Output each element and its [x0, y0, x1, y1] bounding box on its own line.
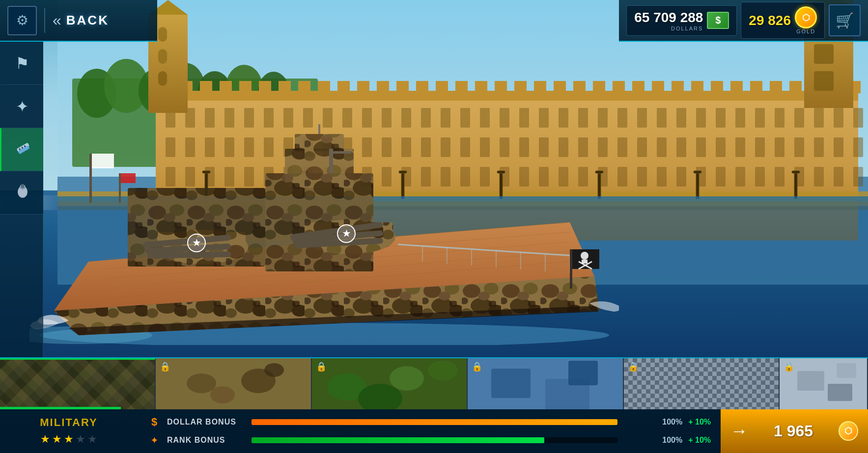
svg-rect-180 — [794, 172, 797, 199]
camo-item-extra[interactable]: 🔒 — [780, 358, 868, 409]
svg-rect-145 — [652, 81, 664, 93]
rank-bonus-bar — [252, 437, 544, 443]
svg-rect-123 — [220, 81, 232, 93]
svg-rect-130 — [357, 81, 369, 93]
svg-rect-80 — [814, 137, 824, 157]
rank-bonus-label: RANK BONUS — [167, 436, 246, 445]
svg-rect-240 — [119, 173, 121, 203]
sidebar-item-camo[interactable] — [0, 128, 43, 171]
svg-rect-220 — [295, 134, 344, 151]
flag-icon: ⚑ — [15, 54, 29, 73]
buy-gold-icon: ⬡ — [839, 421, 858, 441]
camo-inner-digital: 🔒 — [624, 358, 779, 409]
svg-rect-70 — [617, 137, 627, 157]
camo-pattern-digital — [624, 358, 779, 409]
camo-item-arctic[interactable]: 🔒 — [468, 358, 623, 409]
svg-rect-178 — [696, 172, 699, 199]
dollar-bonus-row: $ DOLLAR BONUS 100% + 10% — [147, 416, 711, 428]
svg-rect-112 — [735, 167, 745, 187]
svg-rect-159 — [158, 49, 167, 64]
dollars-label: DOLLARS — [671, 26, 703, 31]
camo-item-military[interactable] — [0, 358, 156, 409]
star-5: ★ — [87, 433, 97, 446]
svg-rect-77 — [755, 137, 765, 157]
camo-item-digital[interactable]: 🔒 — [624, 358, 780, 409]
svg-rect-109 — [676, 167, 686, 187]
svg-rect-107 — [637, 167, 647, 187]
svg-rect-81 — [834, 137, 843, 157]
svg-rect-149 — [730, 81, 743, 93]
gear-icon: ⚙ — [16, 12, 28, 28]
svg-rect-34 — [617, 108, 627, 128]
svg-rect-75 — [716, 137, 726, 157]
camo-inner-arctic: 🔒 — [468, 358, 622, 409]
sidebar-item-achievements[interactable]: ✦ — [0, 85, 43, 128]
svg-text:★: ★ — [342, 229, 351, 239]
svg-rect-219 — [285, 149, 354, 188]
info-bar: MILITARY ★ ★ ★ ★ ★ $ DOLLAR BONUS 100% +… — [0, 409, 868, 453]
svg-rect-148 — [711, 81, 723, 93]
svg-rect-143 — [613, 81, 625, 93]
svg-rect-181 — [792, 171, 800, 173]
svg-rect-42 — [775, 108, 784, 128]
sidebar-item-paint[interactable] — [0, 171, 43, 214]
back-label: BACK — [66, 13, 109, 28]
svg-rect-134 — [436, 81, 448, 93]
svg-rect-111 — [716, 167, 726, 187]
svg-rect-35 — [637, 108, 647, 128]
svg-rect-124 — [239, 81, 252, 93]
camo-overlay-military — [0, 360, 155, 409]
svg-rect-179 — [694, 171, 701, 173]
paint-icon — [15, 183, 30, 203]
svg-rect-40 — [735, 108, 745, 128]
camo-progress-bar — [0, 407, 121, 409]
rank-bonus-value: 100% — [623, 436, 682, 445]
svg-rect-160 — [158, 71, 167, 86]
svg-rect-72 — [657, 137, 667, 157]
svg-rect-141 — [573, 81, 586, 93]
lock-icon-arctic: 🔒 — [472, 361, 482, 372]
svg-rect-150 — [750, 81, 762, 93]
dollars-block: 65 709 288 DOLLARS $ — [626, 5, 737, 36]
settings-button[interactable]: ⚙ — [7, 6, 37, 35]
star-1: ★ — [40, 433, 50, 446]
svg-rect-79 — [794, 137, 804, 157]
camo-inner-military — [0, 360, 155, 409]
camo-inner-jungle: 🔒 — [312, 358, 467, 409]
lock-icon-desert: 🔒 — [160, 361, 170, 372]
sidebar-item-flag[interactable]: ⚑ — [0, 42, 43, 85]
camo-inner-extra: 🔒 — [780, 358, 867, 409]
svg-rect-125 — [259, 81, 271, 93]
svg-rect-114 — [775, 167, 784, 187]
camo-inner-desert: 🔒 — [156, 358, 310, 409]
cart-button[interactable]: 🛒 — [829, 4, 861, 36]
svg-rect-128 — [318, 81, 330, 93]
camo-pattern-jungle — [312, 358, 467, 409]
buy-price-label: 1 965 — [774, 422, 813, 440]
svg-rect-231 — [332, 151, 351, 154]
svg-rect-118 — [853, 167, 863, 187]
camo-pattern-arctic — [468, 358, 622, 409]
svg-rect-127 — [298, 81, 310, 93]
svg-rect-36 — [657, 108, 667, 128]
svg-rect-133 — [416, 81, 428, 93]
bottom-panel: 🔒 🔒 🔒 — [0, 357, 868, 453]
svg-rect-38 — [696, 108, 706, 128]
svg-rect-41 — [755, 108, 765, 128]
top-right-panel: 65 709 288 DOLLARS $ 29 826 ⬡ GOLD 🛒 — [619, 0, 868, 42]
lock-icon-extra: 🔒 — [784, 361, 794, 372]
dollar-bonus-bar — [252, 419, 617, 425]
buy-button[interactable]: → 1 965 ⬡ — [721, 409, 868, 453]
svg-rect-117 — [834, 167, 843, 187]
stars-row: ★ ★ ★ ★ ★ — [40, 433, 97, 446]
camo-item-jungle[interactable]: 🔒 — [312, 358, 468, 409]
svg-rect-137 — [495, 81, 507, 93]
top-left-panel: ⚙ « BACK — [0, 0, 157, 42]
svg-rect-135 — [455, 81, 468, 93]
svg-rect-73 — [676, 137, 686, 157]
camo-item-desert[interactable]: 🔒 — [156, 358, 311, 409]
dollar-bonus-label: DOLLAR BONUS — [167, 418, 246, 426]
svg-rect-71 — [637, 137, 647, 157]
back-button[interactable]: « BACK — [53, 11, 109, 29]
lock-icon-digital: 🔒 — [628, 361, 639, 372]
